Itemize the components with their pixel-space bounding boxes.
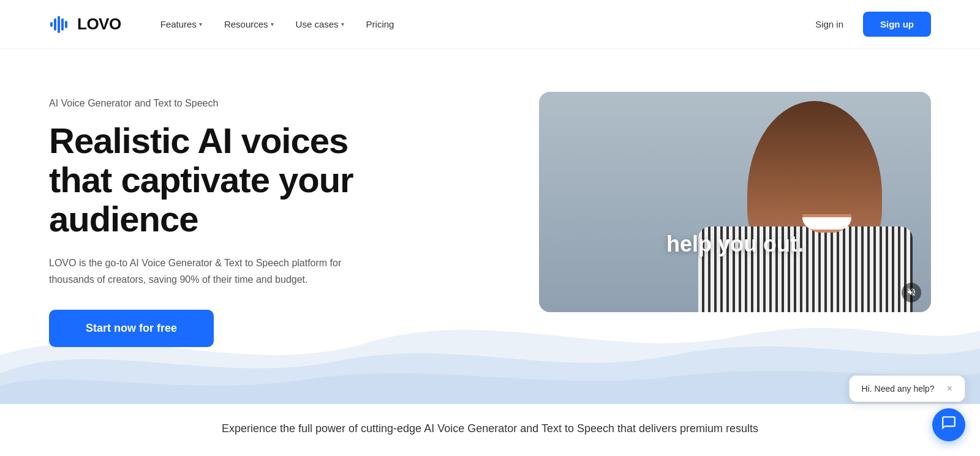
person-teeth [802,217,851,230]
hero-title: Realistic AI voices that captivate your … [49,121,417,238]
logo-icon [49,13,71,36]
bottom-section: Experience the full power of cutting-edg… [0,404,980,435]
hero-subtitle: AI Voice Generator and Text to Speech [49,98,417,109]
nav-item-pricing[interactable]: Pricing [358,14,403,34]
chevron-down-icon: ▾ [271,21,274,28]
svg-rect-0 [50,22,53,27]
logo-text: LOVO [77,15,121,34]
nav-item-resources[interactable]: Resources ▾ [216,14,282,34]
nav-item-features[interactable]: Features ▾ [152,14,211,34]
chat-widget: Hi. Need any help? × [849,375,965,441]
nav-item-usecases[interactable]: Use cases ▾ [287,14,353,34]
hero-description: LOVO is the go-to AI Voice Generator & T… [49,255,368,288]
signup-button[interactable]: Sign up [863,12,931,37]
chat-icon [941,415,957,435]
bottom-text: Experience the full power of cutting-edg… [49,422,931,435]
svg-rect-3 [61,18,64,31]
nav-links: Features ▾ Resources ▾ Use cases ▾ Prici… [152,14,805,34]
hero-content: AI Voice Generator and Text to Speech Re… [49,86,417,347]
signin-button[interactable]: Sign in [805,14,853,34]
hero-overlay-text: help you out. [666,231,804,257]
svg-rect-2 [58,16,60,33]
chat-close-button[interactable]: × [947,383,952,394]
svg-rect-4 [65,21,67,28]
nav-actions: Sign in Sign up [805,12,931,37]
chevron-down-icon: ▾ [341,21,344,28]
hero-image-card: help you out. [539,92,931,312]
chat-open-button[interactable] [932,408,965,441]
hero-image-wrapper: help you out. [417,86,931,312]
navigation: LOVO Features ▾ Resources ▾ Use cases ▾ … [0,0,980,49]
hero-section: AI Voice Generator and Text to Speech Re… [0,49,980,404]
chevron-down-icon: ▾ [199,21,202,28]
mute-button[interactable] [902,283,921,302]
chat-bubble-text: Hi. Need any help? [862,384,935,394]
logo[interactable]: LOVO [49,13,121,36]
svg-rect-1 [54,18,56,31]
cta-button[interactable]: Start now for free [49,310,214,347]
chat-bubble: Hi. Need any help? × [849,375,965,402]
mute-icon [907,287,916,299]
